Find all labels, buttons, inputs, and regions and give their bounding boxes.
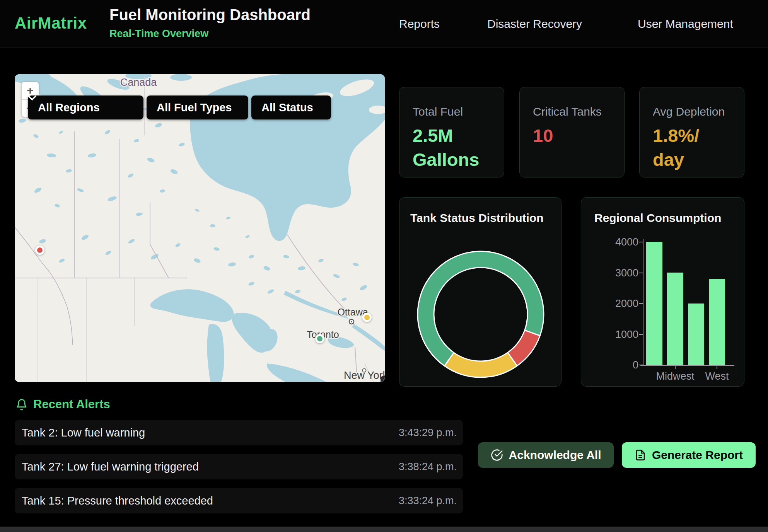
- bell-icon: [15, 397, 28, 411]
- tank-marker-normal[interactable]: [315, 334, 324, 343]
- bar-col1: [646, 242, 662, 365]
- generate-report-label: Generate Report: [652, 448, 743, 462]
- y-tick-label: 4000: [592, 236, 638, 248]
- y-tick: [639, 242, 643, 242]
- nav-item-disaster-recovery[interactable]: Disaster Recovery: [487, 17, 582, 31]
- map-panel[interactable]: Canada Ottawa Toronto New York + − All R…: [15, 74, 385, 382]
- stat-value: 2.5M Gallons: [413, 124, 491, 172]
- fuel-type-filter-value: All Fuel Types: [157, 101, 232, 114]
- stat-label: Total Fuel: [413, 105, 491, 118]
- map-drag-handle[interactable]: [381, 376, 385, 382]
- y-tick-label: 1000: [592, 329, 638, 341]
- y-tick-label: 3000: [592, 267, 638, 279]
- region-filter-value: All Regions: [38, 101, 100, 114]
- alert-time: 3:38:24 p.m.: [399, 461, 457, 473]
- y-tick: [639, 273, 643, 273]
- stat-label: Avg Depletion: [653, 105, 731, 118]
- region-filter-select[interactable]: All Regions: [28, 95, 143, 119]
- map-canvas: Canada Ottawa Toronto New York: [15, 74, 385, 382]
- stat-label: Critical Tanks: [533, 105, 611, 118]
- stat-card-critical-tanks: Critical Tanks 10: [519, 87, 625, 177]
- alert-text: Tank 2: Low fuel warning: [22, 426, 145, 439]
- y-tick-label: 2000: [592, 298, 638, 310]
- alert-row: Tank 15: Pressure threshold exceeded 3:3…: [15, 488, 463, 513]
- y-tick: [639, 303, 643, 304]
- alert-time: 3:33:24 p.m.: [399, 495, 457, 507]
- x-tick: [675, 366, 676, 369]
- y-axis-line: [643, 239, 643, 366]
- brand-logo: AirMatrix: [15, 14, 87, 32]
- stat-value: 10: [533, 124, 611, 148]
- tank-status-distribution-card: Tank Status Distribution: [399, 197, 561, 387]
- fuel-monitoring-dashboard: AirMatrix Fuel Monitoring Dashboard Real…: [0, 0, 768, 532]
- file-text-icon: [635, 449, 646, 461]
- generate-report-button[interactable]: Generate Report: [622, 442, 756, 468]
- y-tick: [639, 365, 643, 365]
- page-subtitle: Real-Time Overview: [109, 28, 208, 40]
- status-filter-select[interactable]: All Status: [251, 95, 331, 119]
- bar-Midwest: [667, 273, 683, 365]
- nav-item-reports[interactable]: Reports: [399, 17, 440, 31]
- chevron-down-icon: [28, 95, 36, 101]
- donut-segment-warning: [445, 353, 517, 377]
- map-filters: All Regions All Fuel Types All Status: [28, 95, 331, 119]
- nav-item-user-management[interactable]: User Management: [638, 17, 733, 31]
- map-town-dot-ottawa-center: [351, 321, 352, 322]
- acknowledge-all-button[interactable]: Acknowledge All: [478, 442, 614, 468]
- y-tick: [639, 334, 643, 335]
- regional-consumption-card: Regional Consumption 01000200030004000Mi…: [581, 197, 744, 387]
- tank-marker-warning[interactable]: [362, 313, 372, 322]
- chart-title: Tank Status Distribution: [410, 211, 543, 225]
- fuel-type-filter-select[interactable]: All Fuel Types: [147, 95, 248, 119]
- alert-time: 3:43:29 p.m.: [399, 427, 457, 439]
- recent-alerts-heading: Recent Alerts: [15, 397, 110, 411]
- bar-West: [709, 279, 725, 365]
- x-tick-label: West: [684, 370, 750, 382]
- alert-row: Tank 2: Low fuel warning 3:43:29 p.m.: [15, 420, 463, 445]
- x-axis-line: [640, 365, 734, 366]
- recent-alerts-title: Recent Alerts: [33, 397, 110, 411]
- regional-consumption-bar-chart: 01000200030004000MidwestWest: [581, 198, 745, 387]
- y-tick-label: 0: [592, 359, 638, 371]
- check-circle-icon: [491, 449, 503, 461]
- stat-value: 1.8%/ day: [653, 124, 731, 172]
- x-tick: [717, 366, 717, 369]
- tank-marker-critical[interactable]: [35, 246, 44, 255]
- map-town-dot-new-york: [363, 369, 366, 372]
- status-filter-value: All Status: [261, 101, 313, 114]
- alert-row: Tank 27: Low fuel warning triggered 3:38…: [15, 454, 463, 479]
- footer-bar: [0, 527, 768, 532]
- stat-card-avg-depletion: Avg Depletion 1.8%/ day: [639, 87, 744, 177]
- stat-card-total-fuel: Total Fuel 2.5M Gallons: [399, 87, 504, 177]
- tank-status-donut-chart: [399, 198, 562, 387]
- bar-col3: [688, 304, 704, 365]
- alert-text: Tank 27: Low fuel warning triggered: [22, 460, 199, 473]
- page-title: Fuel Monitoring Dashboard: [109, 6, 311, 24]
- acknowledge-all-label: Acknowledge All: [509, 448, 601, 462]
- alert-text: Tank 15: Pressure threshold exceeded: [22, 494, 213, 507]
- header: AirMatrix Fuel Monitoring Dashboard Real…: [0, 0, 768, 48]
- map-label-canada: Canada: [120, 77, 157, 88]
